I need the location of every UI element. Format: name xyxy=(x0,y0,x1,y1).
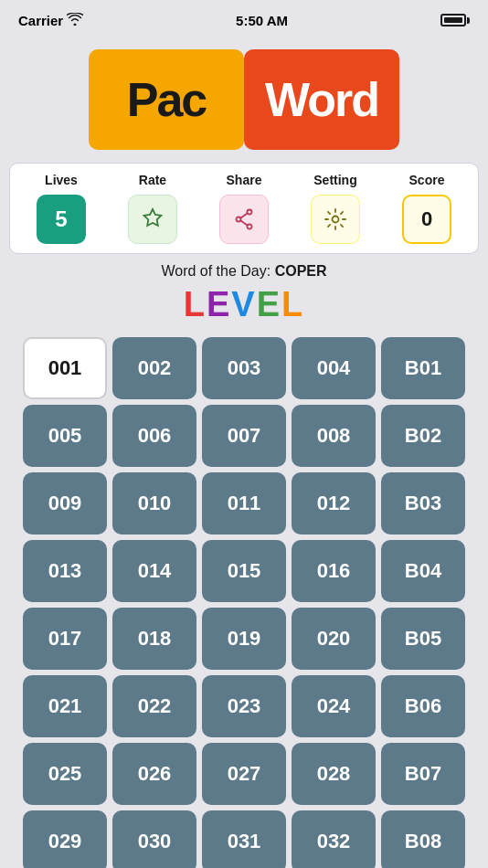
grid-cell-003[interactable]: 003 xyxy=(202,337,286,399)
setting-button[interactable] xyxy=(311,195,360,244)
grid-cell-027[interactable]: 027 xyxy=(202,743,286,805)
carrier-area: Carrier xyxy=(18,13,83,28)
grid-cell-023[interactable]: 023 xyxy=(202,675,286,737)
grid-cell-021[interactable]: 021 xyxy=(23,675,107,737)
grid-cell-007[interactable]: 007 xyxy=(202,405,286,467)
svg-line-3 xyxy=(240,213,248,218)
wotd-display: Word of the Day: COPER xyxy=(0,254,488,283)
grid-cell-016[interactable]: 016 xyxy=(292,540,376,602)
wotd-prefix: Word of the Day: xyxy=(161,263,274,279)
grid-cell-006[interactable]: 006 xyxy=(112,405,196,467)
svg-point-2 xyxy=(248,225,252,229)
grid-cell-b06[interactable]: B06 xyxy=(381,675,465,737)
setting-label: Setting xyxy=(299,173,372,187)
grid-cell-011[interactable]: 011 xyxy=(202,472,286,535)
wotd-word: COPER xyxy=(275,263,327,279)
grid-cell-013[interactable]: 013 xyxy=(23,540,107,602)
logo-word: Word xyxy=(244,49,399,150)
grid-cell-018[interactable]: 018 xyxy=(112,608,196,670)
share-button[interactable] xyxy=(219,195,269,244)
grid-cell-030[interactable]: 030 xyxy=(112,810,196,868)
lives-label: Lives xyxy=(25,173,98,187)
logo-area: Pac Word xyxy=(0,40,488,163)
level-letter-2: E xyxy=(207,285,231,323)
status-bar: Carrier 5:50 AM xyxy=(0,0,488,40)
grid-cell-026[interactable]: 026 xyxy=(112,743,196,805)
wifi-icon xyxy=(67,13,83,28)
level-display: LEVEL xyxy=(0,283,488,333)
grid-cell-014[interactable]: 014 xyxy=(112,540,196,602)
level-letter-4: E xyxy=(257,285,281,323)
grid-cell-002[interactable]: 002 xyxy=(112,337,196,399)
rate-label: Rate xyxy=(116,173,189,187)
svg-point-0 xyxy=(248,210,252,215)
level-letter-5: L xyxy=(281,285,304,323)
share-label: Share xyxy=(207,173,281,187)
grid-cell-019[interactable]: 019 xyxy=(202,608,286,670)
grid-row: 017018019020B05 xyxy=(7,608,481,670)
grid-cell-024[interactable]: 024 xyxy=(292,675,376,737)
grid-cell-b04[interactable]: B04 xyxy=(381,540,465,602)
grid-cell-031[interactable]: 031 xyxy=(202,810,286,868)
grid-row: 013014015016B04 xyxy=(7,540,481,602)
rate-button[interactable] xyxy=(128,195,177,244)
grid-cell-029[interactable]: 029 xyxy=(23,810,107,868)
grid-cell-005[interactable]: 005 xyxy=(23,405,107,467)
grid-row: 025026027028B07 xyxy=(7,743,481,805)
grid-cell-b05[interactable]: B05 xyxy=(381,608,465,670)
grid-cell-008[interactable]: 008 xyxy=(292,405,376,467)
grid-cell-009[interactable]: 009 xyxy=(23,472,107,535)
level-grid: 001002003004B01005006007008B020090100110… xyxy=(0,333,488,868)
grid-cell-012[interactable]: 012 xyxy=(292,472,376,535)
grid-row: 009010011012B03 xyxy=(7,472,481,535)
level-letter-3: V xyxy=(231,285,256,323)
grid-cell-001[interactable]: 001 xyxy=(23,337,107,399)
grid-cell-004[interactable]: 004 xyxy=(292,337,376,399)
lives-button[interactable]: 5 xyxy=(37,195,86,244)
grid-cell-022[interactable]: 022 xyxy=(112,675,196,737)
grid-cell-b02[interactable]: B02 xyxy=(381,405,465,467)
grid-row: 029030031032B08 xyxy=(7,810,481,868)
grid-cell-025[interactable]: 025 xyxy=(23,743,107,805)
carrier-label: Carrier xyxy=(18,13,63,28)
grid-cell-b07[interactable]: B07 xyxy=(381,743,465,805)
battery-icon xyxy=(440,14,470,26)
svg-point-5 xyxy=(333,217,339,223)
controls-labels: Lives Rate Share Setting Score xyxy=(16,173,472,187)
grid-cell-017[interactable]: 017 xyxy=(23,608,107,670)
level-letter-1: L xyxy=(184,285,207,323)
grid-cell-b03[interactable]: B03 xyxy=(381,472,465,535)
svg-point-1 xyxy=(237,217,241,222)
grid-row: 001002003004B01 xyxy=(7,337,481,399)
grid-cell-028[interactable]: 028 xyxy=(292,743,376,805)
grid-row: 005006007008B02 xyxy=(7,405,481,467)
controls-buttons: 5 0 xyxy=(16,195,472,244)
grid-cell-020[interactable]: 020 xyxy=(292,608,376,670)
logo-pac: Pac xyxy=(89,49,244,150)
grid-cell-b08[interactable]: B08 xyxy=(381,810,465,868)
svg-line-4 xyxy=(240,220,248,226)
grid-row: 021022023024B06 xyxy=(7,675,481,737)
grid-cell-032[interactable]: 032 xyxy=(292,810,376,868)
grid-cell-b01[interactable]: B01 xyxy=(381,337,465,399)
grid-cell-010[interactable]: 010 xyxy=(112,472,196,535)
grid-cell-015[interactable]: 015 xyxy=(202,540,286,602)
time-display: 5:50 AM xyxy=(236,13,288,28)
score-button[interactable]: 0 xyxy=(402,195,451,244)
controls-bar: Lives Rate Share Setting Score 5 xyxy=(9,163,479,254)
score-label: Score xyxy=(390,173,463,187)
